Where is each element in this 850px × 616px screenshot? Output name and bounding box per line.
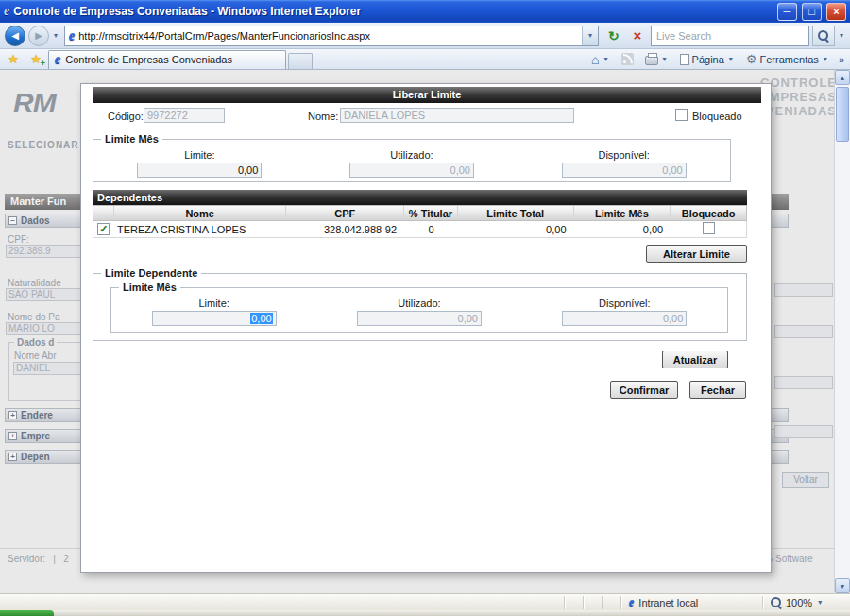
feeds-button[interactable] xyxy=(617,50,638,69)
url-text[interactable]: http://rmscitrix44/PortalCrm/Pages/Mante… xyxy=(75,30,582,42)
disponivel-field[interactable]: 0,00 xyxy=(562,163,687,178)
codigo-field[interactable]: 9972272 xyxy=(144,108,225,123)
scrollbar-thumb[interactable] xyxy=(836,87,849,142)
plus-icon: + xyxy=(41,59,45,68)
background-field[interactable] xyxy=(774,283,833,297)
minimize-button[interactable]: ─ xyxy=(777,3,797,21)
expand-icon[interactable]: + xyxy=(8,411,17,419)
scroll-up-button[interactable]: ▲ xyxy=(835,70,850,85)
tab-title: Controle de Empresas Conveniadas xyxy=(65,54,232,65)
dependentes-table: Nome CPF % Titular Limite Total Limite M… xyxy=(93,205,747,238)
limite-field[interactable]: 0,00 xyxy=(137,163,262,178)
utilizado-dependente-field[interactable]: 0,00 xyxy=(357,311,482,326)
header-select-column xyxy=(94,206,114,220)
limite-dependente-field[interactable]: 0,00 xyxy=(152,311,277,326)
new-tab-button[interactable] xyxy=(288,53,313,69)
stop-button[interactable]: × xyxy=(627,26,648,46)
star-icon: ★ xyxy=(8,52,19,66)
table-row[interactable]: ✓ TEREZA CRISTINA LOPES 328.042.988-92 0… xyxy=(93,221,747,238)
cpf-label: CPF: xyxy=(8,234,29,245)
restore-button[interactable]: □ xyxy=(802,3,822,21)
tab-active[interactable]: e Controle de Empresas Conveniadas xyxy=(48,50,286,69)
header-limite-mes: Limite Mês xyxy=(574,206,672,220)
home-button[interactable]: ⌂▾ xyxy=(586,50,614,69)
voltar-button[interactable]: Voltar xyxy=(782,472,829,488)
refresh-icon: ↻ xyxy=(608,28,620,43)
confirmar-button[interactable]: Confirmar xyxy=(610,381,678,399)
row-checkbox-checked[interactable]: ✓ xyxy=(97,223,110,235)
alterar-limite-button[interactable]: Alterar Limite xyxy=(646,245,747,263)
gear-icon: ⚙ xyxy=(746,52,757,66)
fechar-button[interactable]: Fechar xyxy=(689,381,746,399)
row-bloqueado-checkbox[interactable] xyxy=(703,222,715,234)
rss-icon xyxy=(621,53,634,65)
expand-icon[interactable]: + xyxy=(8,453,17,461)
naturalidade-label: Naturalidade xyxy=(8,278,61,288)
codigo-label: Código: xyxy=(108,111,144,122)
search-button[interactable] xyxy=(812,26,835,46)
header-titular: % Titular xyxy=(404,206,458,220)
bloqueado-checkbox[interactable] xyxy=(675,109,688,121)
search-dropdown-icon[interactable]: ▾ xyxy=(838,31,845,40)
disponivel-dependente-field[interactable]: 0,00 xyxy=(562,311,687,326)
limite-mes-fieldset: Limite Mês Limite: 0,00 Utilizado: 0,00 … xyxy=(93,139,731,182)
forward-button[interactable]: ▶ xyxy=(28,26,49,46)
address-dropdown-button[interactable]: ▾ xyxy=(582,26,598,45)
taskbar-edge xyxy=(0,610,850,616)
limite-mes-inner-fieldset: Limite Mês Limite: 0,00 Utilizado: 0,00 … xyxy=(110,287,728,333)
page-icon xyxy=(680,54,689,65)
back-button[interactable]: ◀ xyxy=(5,26,26,46)
section-empresa-label: Empre xyxy=(21,431,50,441)
row-limite-total: 0,00 xyxy=(458,224,574,235)
address-bar[interactable]: e http://rmscitrix44/PortalCrm/Pages/Man… xyxy=(64,26,599,46)
row-bloqueado-cell xyxy=(671,222,746,236)
rm-logo: RM xyxy=(13,87,56,119)
page-menu-label: Página xyxy=(692,54,724,65)
nome-abr-label: Nome Abr xyxy=(14,351,56,361)
tools-menu-button[interactable]: ⚙Ferramentas▾ xyxy=(741,50,834,69)
bloqueado-label: Bloqueado xyxy=(692,111,742,122)
expand-icon[interactable]: + xyxy=(8,432,17,440)
disponivel-label: Disponível: xyxy=(598,149,649,161)
search-input[interactable]: Live Search xyxy=(651,26,809,46)
background-field[interactable] xyxy=(774,425,833,438)
start-button-edge[interactable] xyxy=(0,610,54,616)
collapse-icon[interactable]: − xyxy=(8,216,17,225)
tab-favicon-icon: e xyxy=(55,52,60,67)
atualizar-button[interactable]: Atualizar xyxy=(662,351,728,368)
toolbar-overflow-button[interactable]: » xyxy=(836,54,847,65)
status-cell xyxy=(565,596,584,609)
section-dados-label: Dados xyxy=(21,215,50,226)
row-cpf: 328.042.988-92 xyxy=(286,224,404,235)
close-button[interactable]: × xyxy=(826,3,846,21)
vertical-scrollbar[interactable]: ▲ ▼ xyxy=(834,70,850,593)
limite-mes-legend: Limite Mês xyxy=(101,133,162,145)
background-field[interactable] xyxy=(774,376,833,389)
intranet-icon: e xyxy=(629,595,634,609)
add-favorite-button[interactable]: ★+ xyxy=(26,50,46,69)
utilizado-field[interactable]: 0,00 xyxy=(349,163,474,178)
zoom-control[interactable]: 100% ▾ xyxy=(763,596,850,609)
servidor-text: Servidor: | 2 xyxy=(8,554,69,564)
background-field[interactable] xyxy=(774,325,833,338)
row-nome: TEREZA CRISTINA LOPES xyxy=(114,224,286,235)
history-dropdown-icon[interactable]: ▾ xyxy=(52,31,60,40)
page-menu-button[interactable]: Página▾ xyxy=(675,50,740,69)
page-content: RM CONTROLE EMPRESAS CONVENIADAS SELECIO… xyxy=(0,70,850,593)
refresh-button[interactable]: ↻ xyxy=(604,26,624,46)
scroll-down-button[interactable]: ▼ xyxy=(835,578,850,593)
nome-field[interactable]: DANIELA LOPES xyxy=(340,108,574,123)
limite-label: Limite: xyxy=(184,149,214,161)
browser-window: e Controle de Empresas Conveniadas - Win… xyxy=(0,0,850,616)
utilizado-label: Utilizado: xyxy=(390,149,433,161)
print-button[interactable]: ▾ xyxy=(640,50,673,69)
disponivel-label: Disponível: xyxy=(599,298,650,309)
limite-mes-inner-legend: Limite Mês xyxy=(119,282,180,293)
status-cell xyxy=(603,596,621,609)
dados-subgroup-label: Dados d xyxy=(14,337,57,348)
printer-icon xyxy=(645,56,658,65)
favorites-button[interactable]: ★ xyxy=(3,50,24,69)
search-icon xyxy=(818,30,829,42)
header-nome: Nome xyxy=(114,206,286,220)
selecionar-label: SELECIONAR xyxy=(8,140,79,150)
